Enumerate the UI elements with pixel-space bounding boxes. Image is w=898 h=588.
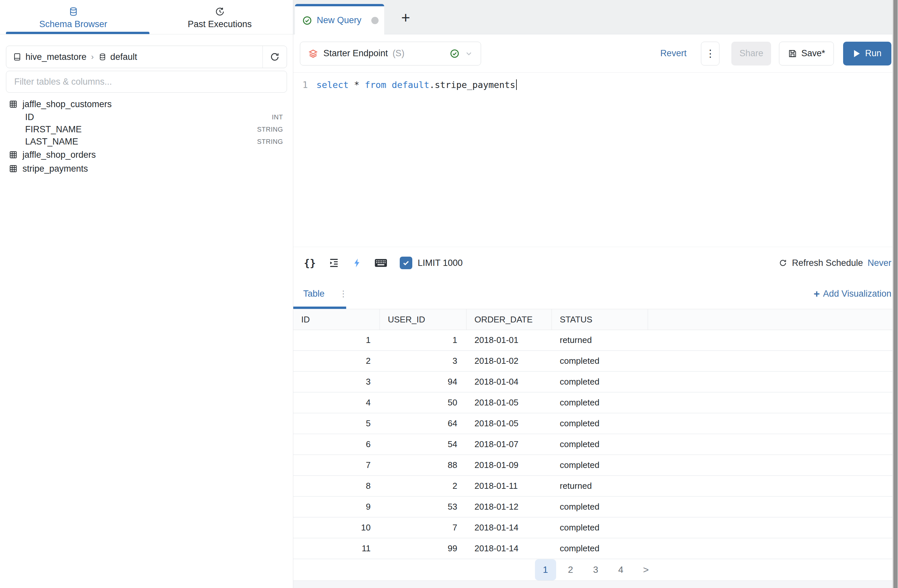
column-header[interactable]: ID [293,309,380,330]
table-cell-filler [648,351,898,371]
tab-new-query[interactable]: New Query [295,4,384,34]
tab-past-executions[interactable]: Past Executions [146,0,293,34]
sidebar-tabs: Schema Browser Past Executions [0,0,293,34]
table-row[interactable]: 7882018-01-09completed [293,455,898,476]
add-tab-button[interactable]: + [394,6,417,29]
refresh-schedule-icon [779,259,787,267]
tab-schema-browser-label: Schema Browser [39,19,108,29]
table-cell: 7 [380,517,466,538]
scrollbar-thumb[interactable] [893,0,898,588]
table-cell: completed [552,372,648,392]
limit-checkbox[interactable] [400,257,412,269]
tree-column-row[interactable]: IDINT [0,111,293,123]
revert-button[interactable]: Revert [660,48,687,58]
table-cell: 2 [293,351,380,371]
auto-indent-button[interactable] [328,257,340,269]
table-row[interactable]: 9532018-01-12completed [293,497,898,517]
breadcrumb-separator: › [91,52,95,62]
tree-column-name: LAST_NAME [25,137,78,147]
query-toolbar: Starter Endpoint (S) Revert ⋮ [293,34,898,73]
table-cell: 53 [380,497,466,517]
refresh-schedule-value[interactable]: Never [867,258,891,268]
table-icon [9,164,18,173]
sql-token: .stripe_payments [429,80,515,90]
results-tab-kebab-icon[interactable]: ⋮ [339,289,348,299]
limit-label: LIMIT 1000 [418,258,463,268]
table-cell-filler [648,393,898,413]
table-row[interactable]: 5642018-01-05completed [293,413,898,434]
column-header[interactable]: USER_ID [380,309,466,330]
table-cell-filler [648,455,898,475]
next-page-button[interactable]: > [635,559,657,580]
tree-column-row[interactable]: FIRST_NAMESTRING [0,123,293,135]
table-cell: returned [552,330,648,350]
breadcrumb-catalog[interactable]: hive_metastore [25,52,87,62]
more-options-button[interactable]: ⋮ [701,42,720,66]
results-tab-underline [293,306,346,309]
tree-table-row[interactable]: jaffle_shop_orders [0,148,293,162]
tree-column-row[interactable]: LAST_NAMESTRING [0,135,293,148]
vertical-scrollbar[interactable] [892,0,898,588]
breadcrumb[interactable]: hive_metastore › default [6,52,263,62]
table-row[interactable]: 1072018-01-14completed [293,517,898,539]
page-button[interactable]: 2 [560,559,581,580]
table-cell: 7 [293,455,380,475]
run-button[interactable]: Run [843,42,891,66]
table-cell: completed [552,413,648,434]
add-visualization-button[interactable]: + Add Visualization [814,288,891,300]
line-number: 1 [293,78,317,92]
table-row[interactable]: 232018-01-02completed [293,351,898,372]
results-tab-table[interactable]: Table [303,289,325,299]
page-button[interactable]: 3 [585,559,606,580]
tree-table-row[interactable]: stripe_payments [0,162,293,175]
results-table: IDUSER_IDORDER_DATESTATUS 112018-01-01re… [293,309,898,559]
bottom-strip [293,580,898,588]
tree-table-row[interactable]: jaffle_shop_customers [0,97,293,111]
table-row[interactable]: 4502018-01-05completed [293,393,898,413]
save-button[interactable]: Save* [779,42,834,66]
table-row[interactable]: 822018-01-11returned [293,476,898,497]
column-header[interactable]: ORDER_DATE [466,309,552,330]
table-cell: completed [552,393,648,413]
active-query-tab-accent [295,4,384,6]
table-row[interactable]: 6542018-01-07completed [293,434,898,455]
history-clock-icon [215,7,225,17]
table-cell: completed [552,539,648,559]
schema-breadcrumb-box: hive_metastore › default [6,46,287,68]
table-cell: 3 [293,372,380,392]
sql-editor[interactable]: 1 select * from default.stripe_payments [293,73,898,247]
table-row[interactable]: 11992018-01-14completed [293,539,898,559]
table-cell-filler [648,413,898,434]
live-autocomplete-button[interactable] [352,257,362,269]
sql-code: select * from default.stripe_payments [317,78,517,92]
table-cell: 50 [380,393,466,413]
tab-schema-browser[interactable]: Schema Browser [0,0,146,34]
refresh-schema-button[interactable] [263,46,287,68]
pagination: 1234> [293,559,898,580]
table-cell: 1 [380,330,466,350]
table-cell: completed [552,434,648,454]
column-header[interactable]: STATUS [552,309,648,330]
endpoint-size: (S) [392,48,404,58]
page-button[interactable]: 4 [610,559,632,580]
format-query-button[interactable]: {} [304,257,316,269]
table-cell: 64 [380,413,466,434]
share-button[interactable]: Share [731,42,771,66]
lightning-icon [352,257,362,269]
page-button[interactable]: 1 [535,559,556,580]
table-row[interactable]: 3942018-01-04completed [293,372,898,393]
table-cell: completed [552,497,648,517]
filter-tables-input[interactable] [6,71,287,92]
table-cell: returned [552,476,648,496]
run-button-label: Run [865,48,881,58]
table-cell-filler [648,330,898,350]
breadcrumb-schema[interactable]: default [111,52,137,62]
active-tab-underline [6,32,149,34]
endpoint-selector[interactable]: Starter Endpoint (S) [300,42,481,66]
table-row[interactable]: 112018-01-01returned [293,330,898,351]
keyboard-shortcuts-button[interactable] [375,258,387,268]
tree-column-name: ID [25,112,34,122]
table-cell: 2018-01-11 [466,476,552,496]
table-cell: 2018-01-14 [466,539,552,559]
tree-column-type: STRING [257,126,283,133]
